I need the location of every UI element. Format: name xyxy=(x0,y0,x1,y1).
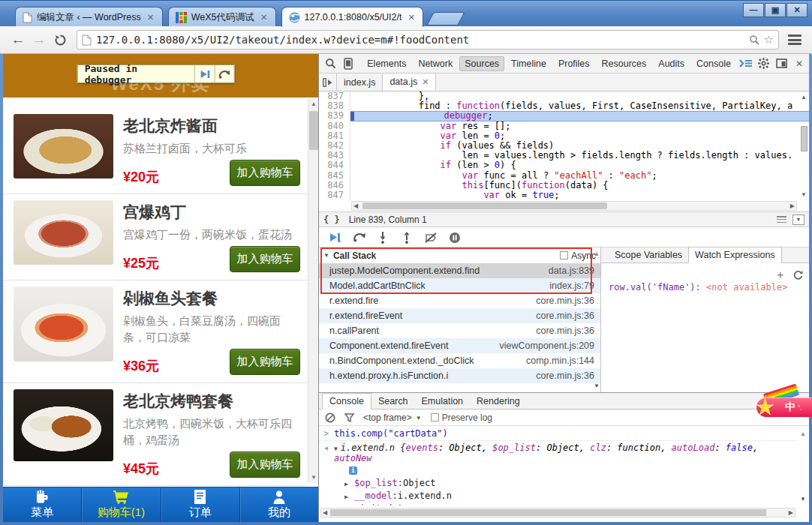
watch-expression[interactable]: row.val('fName'): <not available> xyxy=(609,282,787,292)
line-number[interactable]: 846 xyxy=(319,181,350,190)
deactivate-breakpoints-icon[interactable] xyxy=(421,230,441,246)
devtools-tab-elements[interactable]: Elements xyxy=(362,56,411,71)
close-button[interactable]: ✕ xyxy=(786,3,807,17)
tab-close-icon[interactable]: ✕ xyxy=(259,12,269,22)
devtools-tab-audits[interactable]: Audits xyxy=(653,56,690,71)
step-over-icon[interactable] xyxy=(349,230,368,246)
code-vertical-scrollbar[interactable]: ▲ ▼ xyxy=(799,92,809,201)
pause-on-exceptions-icon[interactable] xyxy=(445,230,465,246)
call-stack-frame[interactable]: r.extend.fireEventcore.min.js:36 xyxy=(319,308,600,323)
add-to-cart-button[interactable]: 加入购物车 xyxy=(230,160,300,186)
scrollbar-thumb[interactable] xyxy=(330,509,766,516)
line-number[interactable]: 848 xyxy=(319,200,350,201)
devtools-tab-console[interactable]: Console xyxy=(691,56,736,71)
ime-widget[interactable]: ★ 中 °, xyxy=(750,388,812,420)
object-property[interactable]: ▶$op_list: Object xyxy=(319,476,797,489)
scroll-down-arrow[interactable]: ▼ xyxy=(594,382,600,389)
object-property[interactable]: ▶__model: i.extend.n xyxy=(319,489,797,502)
code-editor[interactable]: 837 },838 find : function(fields, values… xyxy=(319,92,809,201)
console-horizontal-scrollbar[interactable]: ◀ ▶ xyxy=(320,508,795,518)
url-text[interactable]: 127.0.0.1:8080/x5/UI2/takeout/index.w?de… xyxy=(96,34,744,46)
filter-icon[interactable] xyxy=(344,413,354,422)
object-property[interactable]: _inited: true xyxy=(319,502,797,506)
scroll-left-arrow[interactable]: ◀ xyxy=(353,202,358,211)
line-number[interactable]: 844 xyxy=(319,160,350,170)
frame-selector[interactable]: <top frame>▼ xyxy=(363,412,422,423)
maximize-button[interactable]: ▣ xyxy=(765,3,786,17)
call-stack-frame[interactable]: r.extend.firecore.min.js:36 xyxy=(319,293,600,308)
pretty-print-icon[interactable]: { } xyxy=(323,214,340,225)
source-tab-data.js[interactable]: data.js✕ xyxy=(383,73,436,90)
scrollbar-up-arrow[interactable]: ▲ xyxy=(308,99,318,110)
nav-tab-订单[interactable]: 订单 xyxy=(161,488,239,522)
drawer-tab-emulation[interactable]: Emulation xyxy=(414,394,470,409)
line-number[interactable]: 841 xyxy=(319,131,350,141)
call-stack-frame[interactable]: Model.addCartBtnClickindex.js:79 xyxy=(319,278,600,293)
line-number[interactable]: 840 xyxy=(319,122,350,131)
browser-tab-1[interactable]: 编辑文章 ‹ — WordPress✕ xyxy=(15,7,163,27)
scroll-up-arrow[interactable]: ▲ xyxy=(594,250,600,257)
source-tab-index.js[interactable]: index.js xyxy=(337,74,383,91)
refresh-watch-icon[interactable] xyxy=(793,270,803,280)
add-to-cart-button[interactable]: 加入购物车 xyxy=(230,246,300,272)
browser-tab-3[interactable]: 127.0.0.1:8080/x5/UI2/t✕ xyxy=(281,7,424,27)
call-stack-header[interactable]: ▼ Call Stack Async xyxy=(319,248,600,263)
clear-console-icon[interactable] xyxy=(325,412,335,423)
line-number[interactable]: 839 xyxy=(319,111,350,121)
nav-tab-购物车(1)[interactable]: 购物车(1) xyxy=(81,488,160,522)
settings-gear-icon[interactable] xyxy=(756,56,772,71)
call-stack-frame[interactable]: h.extend.proxy.h.isFunction.icore.min.js… xyxy=(319,368,600,383)
browser-tab-2[interactable]: WeX5代码调试✕ xyxy=(168,7,276,27)
dock-side-icon[interactable] xyxy=(774,56,790,71)
app-scrollbar[interactable]: ▲ ▼ xyxy=(308,99,318,483)
inspect-element-icon[interactable] xyxy=(323,56,338,71)
device-mode-icon[interactable] xyxy=(340,56,356,71)
scroll-down-arrow[interactable]: ▼ xyxy=(801,190,807,200)
hide-panel-icon[interactable]: ▼ xyxy=(792,214,804,225)
call-stack-frame[interactable]: Component.extend.fireEventviewComponent.… xyxy=(319,338,600,353)
side-tab-watch-expressions[interactable]: Watch Expressions xyxy=(688,247,782,263)
step-into-icon[interactable] xyxy=(373,230,392,246)
scroll-right-arrow[interactable]: ▶ xyxy=(790,202,795,211)
forward-button[interactable]: → xyxy=(29,32,50,48)
scroll-down-arrow[interactable]: ▼ xyxy=(800,496,806,502)
zoom-icon[interactable] xyxy=(749,34,759,45)
expand-arrow-icon[interactable]: ▼ xyxy=(334,446,338,452)
scroll-left-arrow[interactable]: ◀ xyxy=(323,508,327,518)
tab-close-icon[interactable]: ✕ xyxy=(422,77,429,87)
console-drawer-toggle-icon[interactable] xyxy=(738,56,754,71)
execution-line[interactable]: 839 debugger; xyxy=(319,111,809,121)
add-to-cart-button[interactable]: 加入购物车 xyxy=(230,452,300,478)
scrollbar-thumb[interactable] xyxy=(801,126,807,152)
scrollbar-thumb[interactable] xyxy=(309,111,318,150)
tab-close-icon[interactable]: ✕ xyxy=(146,12,156,22)
scroll-right-arrow[interactable]: ▶ xyxy=(789,508,793,518)
side-tab-scope-variables[interactable]: Scope Variables xyxy=(609,248,688,262)
ime-language-label[interactable]: 中 xyxy=(785,400,795,414)
nav-tab-菜单[interactable]: 菜单 xyxy=(3,488,81,522)
drawer-tab-console[interactable]: Console xyxy=(322,393,371,410)
new-tab-button[interactable] xyxy=(427,12,466,26)
reload-button[interactable] xyxy=(50,34,71,46)
expand-arrow-icon[interactable]: ▶ xyxy=(344,494,354,500)
console-output[interactable]: >this.comp("cartData")◂▼i.extend.n {even… xyxy=(319,427,797,506)
code-horizontal-scrollbar[interactable]: ◀ ▶ xyxy=(351,201,797,211)
line-number[interactable]: 845 xyxy=(319,171,350,181)
expand-arrow-icon[interactable]: ▶ xyxy=(344,481,354,488)
preserve-log-option[interactable]: Preserve log xyxy=(431,412,492,423)
drawer-tab-rendering[interactable]: Rendering xyxy=(470,394,527,409)
resume-script-button[interactable] xyxy=(194,64,214,83)
step-out-icon[interactable] xyxy=(397,230,417,246)
preserve-log-checkbox[interactable] xyxy=(431,413,439,422)
back-button[interactable]: ← xyxy=(8,32,29,48)
resume-button[interactable] xyxy=(325,230,344,246)
devtools-tab-network[interactable]: Network xyxy=(413,56,458,71)
source-options-icon[interactable] xyxy=(777,216,786,223)
chrome-menu-button[interactable] xyxy=(785,32,804,47)
nav-tab-我的[interactable]: 我的 xyxy=(239,488,318,522)
call-stack-frame[interactable]: justep.ModelComponent.extend.finddata.js… xyxy=(319,263,600,278)
devtools-close-icon[interactable]: ✕ xyxy=(795,58,803,69)
devtools-tab-sources[interactable]: Sources xyxy=(459,56,504,71)
add-watch-icon[interactable]: ＋ xyxy=(774,268,786,282)
scrollbar-down-arrow[interactable]: ▼ xyxy=(308,472,318,483)
